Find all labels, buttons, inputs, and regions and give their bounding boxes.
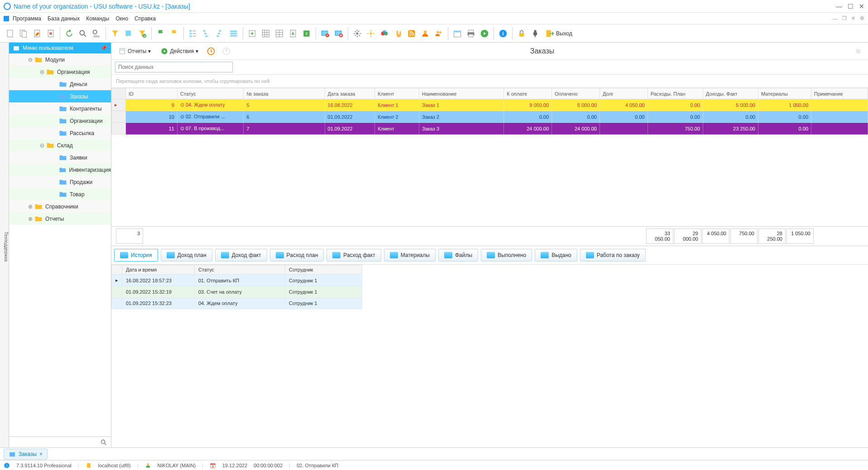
minimize-button[interactable]: — (836, 3, 842, 10)
tree-icon[interactable] (187, 27, 199, 40)
expand-icon[interactable]: ⊕ (27, 216, 34, 222)
column-header[interactable]: Долг (599, 88, 647, 99)
column-header[interactable]: Материалы (758, 88, 811, 99)
column-header[interactable]: Оплачено (552, 88, 600, 99)
detail-tab[interactable]: Работа по заказу (580, 249, 646, 262)
filter-clear-icon[interactable] (136, 27, 149, 40)
window-close-icon[interactable] (332, 27, 345, 40)
grid2-icon[interactable] (273, 27, 286, 40)
filter-apply-icon[interactable] (122, 27, 135, 40)
tree-item[interactable]: Заказы (9, 90, 111, 102)
expand-icon[interactable]: ⊖ (27, 57, 34, 63)
expand-icon[interactable] (200, 27, 213, 40)
filter-icon[interactable] (109, 27, 121, 40)
detail-tab[interactable]: Расход план (270, 249, 324, 262)
detail-tab[interactable]: Доход факт (215, 249, 267, 262)
child-gear-icon[interactable]: ⚙ (860, 15, 864, 21)
hand-icon[interactable] (392, 27, 404, 40)
columns-icon[interactable] (227, 27, 240, 40)
clock-icon[interactable] (205, 45, 217, 58)
child-close-button[interactable]: ✕ (851, 15, 855, 21)
tree-item[interactable]: Заявки (9, 151, 111, 164)
column-header[interactable]: Расходы. План (647, 88, 703, 99)
exit-icon[interactable]: Выход (542, 27, 575, 40)
tab-close-icon[interactable]: × (39, 451, 43, 457)
expand-icon[interactable]: ⊖ (39, 142, 45, 149)
search-icon[interactable] (77, 27, 89, 40)
info-icon[interactable]: i (497, 27, 509, 40)
detail-tab[interactable]: Выполнено (481, 249, 532, 262)
add-row-icon[interactable] (246, 27, 259, 40)
lock-icon[interactable] (515, 27, 528, 40)
menu-window[interactable]: Окно (115, 15, 128, 22)
tree-item[interactable]: Товар (9, 188, 111, 200)
detail-tab[interactable]: Выдано (535, 249, 577, 262)
import-icon[interactable] (287, 27, 299, 40)
support-tab[interactable]: Техподдержка (0, 43, 9, 447)
collapse-icon[interactable] (214, 27, 226, 40)
search-input[interactable] (115, 62, 233, 73)
orders-grid[interactable]: IDСтатус№ заказаДата заказаКлиентНаимено… (111, 88, 868, 135)
window-remove-icon[interactable] (319, 27, 331, 40)
tree-item[interactable]: ⊖Организация (9, 66, 111, 78)
next-icon[interactable] (478, 27, 491, 40)
detail-row[interactable]: ▸16.08.2022 18:57:2301. Отправить КПСотр… (112, 275, 362, 286)
expand-icon[interactable]: ⊕ (27, 204, 34, 210)
detail-tab[interactable]: Файлы (438, 249, 478, 262)
detail-tab[interactable]: Доход план (161, 249, 212, 262)
detail-tab[interactable]: История (114, 249, 158, 262)
detail-column-header[interactable]: Сотрудник (285, 265, 362, 275)
help-icon[interactable]: ? (220, 45, 233, 58)
calendar-icon[interactable] (451, 27, 464, 40)
content-gear-icon[interactable]: ⚙ (852, 45, 864, 58)
tree-item[interactable]: Инвентаризация (9, 164, 111, 176)
detail-row[interactable]: 01.09.2022 15:32:2304. Ждем оплатуСотруд… (112, 298, 362, 309)
flag-green-icon[interactable] (154, 27, 167, 40)
tree-item[interactable]: Контрагенты (9, 102, 111, 115)
color-ball-icon[interactable] (378, 27, 391, 40)
excel-icon[interactable]: X (300, 27, 313, 40)
pin-icon[interactable]: 📌 (101, 45, 107, 51)
detail-row[interactable]: 01.09.2022 15:32:1903. Счет на оплатуСот… (112, 286, 362, 298)
rss-icon[interactable] (405, 27, 418, 40)
column-header[interactable]: Доходы. Факт (703, 88, 758, 99)
new-doc-icon[interactable] (4, 27, 16, 40)
gear-icon[interactable] (351, 27, 364, 40)
column-header[interactable]: Статус (177, 88, 244, 99)
detail-tab[interactable]: Материалы (384, 249, 436, 262)
delete-doc-icon[interactable] (44, 27, 57, 40)
tree-item[interactable]: ⊕Справочники (9, 200, 111, 213)
column-header[interactable]: № заказа (244, 88, 325, 99)
users-icon[interactable] (432, 27, 445, 40)
grid-icon[interactable] (259, 27, 272, 40)
tree-item[interactable]: ⊖Модули (9, 53, 111, 66)
close-button[interactable]: ✕ (859, 3, 864, 10)
column-header[interactable]: ID (125, 88, 177, 99)
tree-item[interactable]: ⊕Отчеты (9, 213, 111, 225)
flag-yellow-icon[interactable] (168, 27, 181, 40)
child-restore-button[interactable]: ❐ (842, 15, 847, 21)
tree-item[interactable]: Продажи (9, 176, 111, 188)
column-header[interactable]: К оплате (504, 88, 552, 99)
reports-dropdown[interactable]: Отчеты▾ (115, 46, 154, 57)
maximize-button[interactable]: ☐ (848, 3, 854, 10)
menu-program[interactable]: Программа (13, 15, 41, 22)
window-tab-orders[interactable]: Заказы × (4, 449, 48, 460)
copy-doc-icon[interactable] (17, 27, 30, 40)
detail-tab[interactable]: Расход факт (326, 249, 381, 262)
menu-commands[interactable]: Команды (86, 15, 109, 22)
menu-database[interactable]: База данных (48, 15, 80, 22)
actions-dropdown[interactable]: Действия▾ (157, 46, 202, 57)
tree-item[interactable]: Организации (9, 115, 111, 127)
search-tree-icon[interactable] (100, 439, 107, 446)
user-icon[interactable] (419, 27, 432, 40)
table-row[interactable]: 10⊙ 02. Отправили ...601.09.2022Клиент 2… (112, 111, 868, 123)
search-list-icon[interactable] (90, 27, 103, 40)
tree-item[interactable]: Рассылка (9, 127, 111, 139)
table-row[interactable]: 11⊙ 07. В производ...701.09.2022КлиентЗа… (112, 123, 868, 135)
table-row[interactable]: ▸9⊙ 04. Ждем оплату516.08.2022Клиент 1За… (112, 99, 868, 111)
gear-yellow-icon[interactable] (364, 27, 377, 40)
expand-icon[interactable]: ⊖ (39, 69, 45, 75)
column-header[interactable]: Дата заказа (325, 88, 375, 99)
menu-help[interactable]: Справка (134, 15, 156, 22)
